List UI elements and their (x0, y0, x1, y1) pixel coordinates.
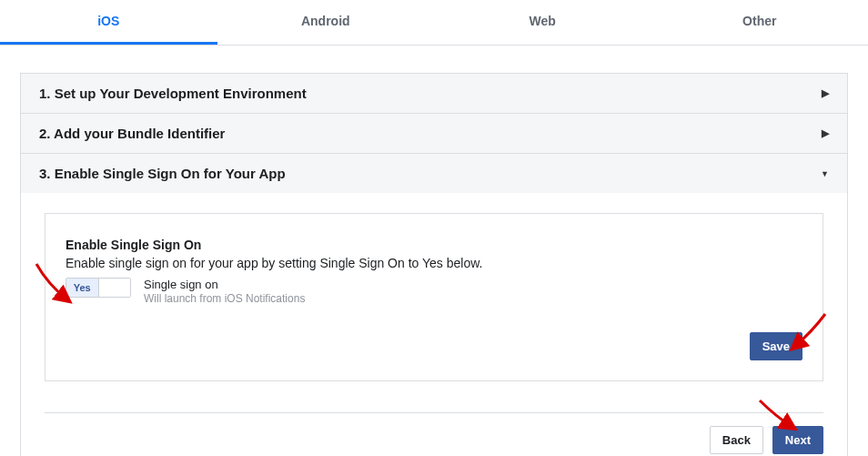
sso-toggle-caption: Will launch from iOS Notifications (144, 292, 305, 305)
tab-web[interactable]: Web (434, 0, 651, 45)
accordion-step-2-label: 2. Add your Bundle Identifier (39, 126, 225, 141)
tab-other[interactable]: Other (651, 0, 869, 45)
chevron-right-icon: ▶ (822, 127, 829, 139)
nav-row: Back Next (45, 412, 823, 456)
accordion-step-3[interactable]: 3. Enable Single Sign On for Your App ▼ (20, 153, 848, 194)
sso-toggle-row: Yes Single sign on Will launch from iOS … (66, 278, 802, 305)
accordion-step-3-body: Enable Single Sign On Enable single sign… (20, 193, 848, 456)
platform-tabs: iOS Android Web Other (0, 0, 868, 46)
accordion-step-2[interactable]: 2. Add your Bundle Identifier ▶ (20, 113, 848, 154)
sso-toggle-title: Single sign on (144, 278, 305, 291)
sso-card: Enable Single Sign On Enable single sign… (45, 213, 823, 381)
sso-heading: Enable Single Sign On (66, 238, 802, 252)
content-area: 1. Set up Your Development Environment ▶… (20, 46, 848, 456)
sso-toggle-labels: Single sign on Will launch from iOS Noti… (144, 278, 305, 305)
tab-ios[interactable]: iOS (0, 0, 217, 45)
accordion-step-1-label: 1. Set up Your Development Environment (39, 86, 307, 101)
save-button[interactable]: Save (750, 332, 802, 360)
save-row: Save (66, 305, 802, 368)
sso-description: Enable single sign on for your app by se… (66, 256, 802, 270)
back-button[interactable]: Back (710, 426, 763, 454)
sso-toggle[interactable]: Yes (66, 278, 131, 298)
chevron-right-icon: ▶ (822, 87, 829, 99)
sso-toggle-yes: Yes (66, 279, 99, 297)
sso-toggle-no (99, 279, 131, 297)
tab-android[interactable]: Android (217, 0, 435, 45)
chevron-down-icon: ▼ (821, 169, 829, 178)
accordion-step-3-label: 3. Enable Single Sign On for Your App (39, 166, 286, 181)
next-button[interactable]: Next (772, 426, 823, 454)
accordion-step-1[interactable]: 1. Set up Your Development Environment ▶ (20, 73, 848, 114)
